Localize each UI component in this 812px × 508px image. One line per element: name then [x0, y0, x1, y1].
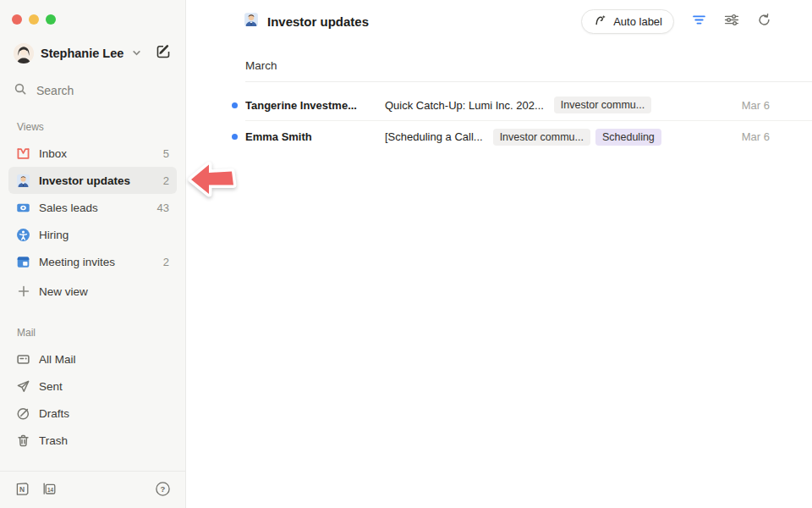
refresh-icon — [757, 13, 771, 30]
chevron-down-icon — [132, 48, 141, 58]
pencil-circle-icon — [16, 406, 30, 421]
sidebar-item-drafts[interactable]: Drafts — [8, 400, 177, 427]
unread-count-badge: 2 — [163, 174, 169, 187]
sidebar-item-label: Hiring — [39, 229, 161, 241]
search-icon — [14, 82, 27, 98]
office-worker-emoji-icon — [16, 174, 30, 188]
unread-count-badge: 2 — [163, 256, 169, 268]
email-row-tangerine[interactable]: Tangerine Investme... Quick Catch-Up: Lu… — [245, 90, 812, 121]
sidebar-item-investor-updates[interactable]: Investor updates 2 — [8, 167, 177, 194]
sidebar-item-hiring[interactable]: Hiring — [8, 221, 177, 248]
auto-label-button-label: Auto label — [613, 15, 662, 28]
maximize-window-button[interactable] — [46, 14, 56, 25]
close-window-button[interactable] — [12, 14, 22, 25]
calendar-icon — [16, 255, 30, 269]
sidebar-item-inbox[interactable]: Inbox 5 — [8, 140, 177, 167]
calendar-app-icon: 14 — [41, 481, 58, 500]
view-title-wrap: Investor updates — [244, 12, 581, 30]
email-sender: Emma Smith — [245, 130, 375, 143]
view-header: Investor updates Auto label — [186, 0, 812, 42]
svg-text:14: 14 — [47, 486, 54, 492]
date-group-label: March — [245, 42, 812, 81]
notion-logo-icon: N — [14, 481, 30, 500]
sidebar-item-label: Investor updates — [39, 174, 155, 187]
email-subject: [Scheduling a Call... — [385, 130, 483, 143]
filter-icon — [692, 14, 706, 29]
new-view-label: New view — [39, 285, 169, 298]
sidebar-item-all-mail[interactable]: All Mail — [8, 345, 177, 373]
svg-text:?: ? — [161, 483, 166, 493]
all-mail-icon — [16, 352, 30, 367]
office-worker-emoji-icon — [244, 12, 259, 30]
calendar-app-button[interactable]: 14 — [41, 481, 58, 500]
search-label: Search — [36, 84, 74, 97]
label-tag[interactable]: Investor commu... — [493, 129, 590, 146]
avatar — [14, 43, 34, 64]
trash-icon — [16, 433, 30, 448]
email-subject: Quick Catch-Up: Lumi Inc. 202... — [385, 99, 544, 112]
refresh-button[interactable] — [757, 13, 771, 30]
plus-icon — [16, 284, 30, 299]
help-icon: ? — [155, 481, 171, 500]
paper-plane-icon — [16, 379, 30, 394]
person-circle-icon — [16, 228, 30, 242]
search-button[interactable]: Search — [0, 76, 185, 104]
mail-app-window: Stephanie Lee Search Views — [0, 0, 812, 508]
account-switcher[interactable]: Stephanie Lee — [14, 43, 153, 64]
sidebar-item-meeting-invites[interactable]: Meeting invites 2 — [8, 248, 177, 275]
header-actions: Auto label — [581, 9, 771, 34]
sidebar-item-label: Meeting invites — [39, 256, 155, 268]
sidebar-item-label: Drafts — [39, 407, 169, 420]
banknote-icon — [16, 201, 30, 215]
email-row-emma-smith[interactable]: Emma Smith [Scheduling a Call... Investo… — [245, 121, 812, 152]
compose-icon — [155, 43, 172, 63]
main-content: Investor updates Auto label — [186, 0, 812, 508]
email-list: March Tangerine Investme... Quick Catch-… — [245, 42, 812, 152]
sidebar-item-label: Trash — [39, 434, 169, 447]
mail-nav: All Mail Sent Drafts — [0, 345, 185, 454]
display-settings-button[interactable] — [724, 14, 739, 29]
unread-dot — [232, 134, 238, 140]
unread-count-badge: 43 — [157, 202, 169, 214]
views-section-label: Views — [0, 121, 185, 133]
new-view-button[interactable]: New view — [8, 278, 177, 305]
sidebar-item-label: All Mail — [39, 353, 169, 366]
sidebar-item-label: Sales leads — [39, 202, 149, 214]
notion-app-button[interactable]: N — [14, 481, 30, 500]
sidebar-item-trash[interactable]: Trash — [8, 427, 177, 454]
sidebar-item-label: Sent — [39, 380, 169, 393]
unread-count-badge: 5 — [163, 147, 169, 160]
unread-dot — [232, 102, 238, 108]
email-rows: Tangerine Investme... Quick Catch-Up: Lu… — [245, 82, 812, 152]
profile-name: Stephanie Lee — [41, 47, 123, 60]
compose-button[interactable] — [153, 41, 173, 64]
sidebar-item-sent[interactable]: Sent — [8, 373, 177, 400]
views-nav: Inbox 5 Investor updates 2 — [0, 140, 185, 305]
email-tags: Investor commu... — [554, 97, 651, 113]
svg-text:N: N — [19, 485, 25, 494]
auto-label-sparkle-icon — [593, 13, 607, 30]
minimize-window-button[interactable] — [29, 14, 39, 25]
sidebar-footer: N 14 ? — [0, 471, 185, 508]
page-title: Investor updates — [267, 14, 369, 29]
sliders-icon — [724, 14, 739, 29]
label-tag-scheduling[interactable]: Scheduling — [595, 129, 661, 146]
profile-row: Stephanie Lee — [0, 41, 185, 64]
email-tags: Investor commu... Scheduling — [493, 129, 661, 146]
auto-label-button[interactable]: Auto label — [581, 9, 674, 34]
sidebar-item-label: Inbox — [39, 147, 155, 160]
help-button[interactable]: ? — [155, 481, 171, 500]
email-sender: Tangerine Investme... — [245, 99, 375, 112]
email-date: Mar 6 — [742, 99, 770, 112]
email-date: Mar 6 — [742, 130, 770, 143]
sidebar-item-sales-leads[interactable]: Sales leads 43 — [8, 194, 177, 221]
mail-section-label: Mail — [0, 327, 185, 339]
label-tag[interactable]: Investor commu... — [554, 97, 651, 113]
filter-button[interactable] — [692, 14, 706, 29]
sidebar: Stephanie Lee Search Views — [0, 0, 186, 508]
window-controls — [0, 0, 185, 25]
inbox-tray-icon — [16, 146, 30, 161]
